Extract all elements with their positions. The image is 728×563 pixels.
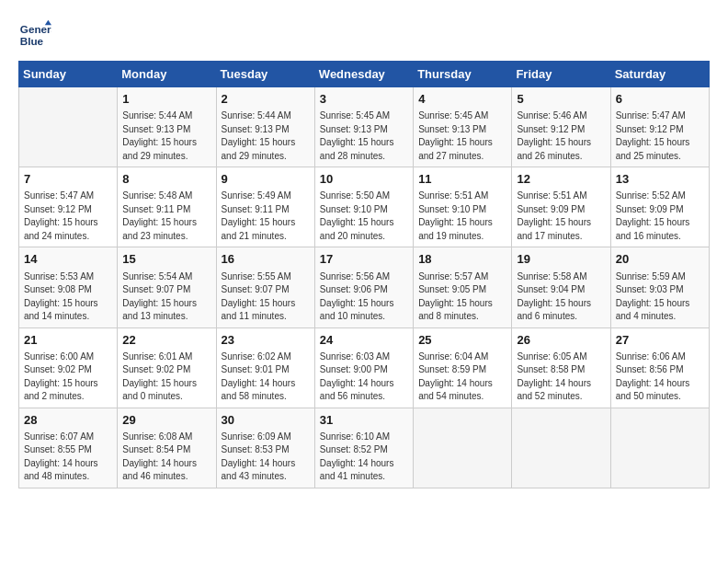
calendar-cell: 2Sunrise: 5:44 AM Sunset: 9:13 PM Daylig… <box>216 87 314 167</box>
calendar-cell: 3Sunrise: 5:45 AM Sunset: 9:13 PM Daylig… <box>314 87 413 167</box>
day-detail: Sunrise: 6:04 AM Sunset: 8:59 PM Dayligh… <box>418 350 506 404</box>
day-number: 2 <box>222 91 310 108</box>
day-detail: Sunrise: 6:03 AM Sunset: 9:00 PM Dayligh… <box>320 350 408 404</box>
logo-icon: General Blue <box>18 18 51 52</box>
day-detail: Sunrise: 6:06 AM Sunset: 8:56 PM Dayligh… <box>616 350 704 404</box>
calendar-cell: 12Sunrise: 5:51 AM Sunset: 9:09 PM Dayli… <box>512 167 610 247</box>
day-detail: Sunrise: 5:58 AM Sunset: 9:04 PM Dayligh… <box>517 270 605 324</box>
calendar-cell: 8Sunrise: 5:48 AM Sunset: 9:11 PM Daylig… <box>118 167 216 247</box>
calendar-cell: 26Sunrise: 6:05 AM Sunset: 8:58 PM Dayli… <box>512 327 610 408</box>
day-number: 28 <box>24 412 112 429</box>
day-detail: Sunrise: 6:07 AM Sunset: 8:55 PM Dayligh… <box>24 431 112 484</box>
col-header-monday: Monday <box>118 62 216 87</box>
calendar-cell: 23Sunrise: 6:02 AM Sunset: 9:01 PM Dayli… <box>216 327 314 408</box>
day-detail: Sunrise: 5:44 AM Sunset: 9:13 PM Dayligh… <box>122 109 210 163</box>
calendar-cell: 6Sunrise: 5:47 AM Sunset: 9:12 PM Daylig… <box>610 87 709 167</box>
day-detail: Sunrise: 6:05 AM Sunset: 8:58 PM Dayligh… <box>517 350 605 404</box>
calendar-cell: 30Sunrise: 6:09 AM Sunset: 8:53 PM Dayli… <box>216 408 314 488</box>
calendar-week-5: 28Sunrise: 6:07 AM Sunset: 8:55 PM Dayli… <box>19 408 710 488</box>
calendar-cell: 18Sunrise: 5:57 AM Sunset: 9:05 PM Dayli… <box>414 247 512 327</box>
day-detail: Sunrise: 5:52 AM Sunset: 9:09 PM Dayligh… <box>616 190 704 243</box>
day-number: 22 <box>122 332 210 349</box>
day-detail: Sunrise: 5:49 AM Sunset: 9:11 PM Dayligh… <box>222 190 310 243</box>
day-detail: Sunrise: 5:46 AM Sunset: 9:12 PM Dayligh… <box>517 109 605 163</box>
day-number: 19 <box>517 251 605 268</box>
day-number: 20 <box>616 251 704 268</box>
day-detail: Sunrise: 5:53 AM Sunset: 9:08 PM Dayligh… <box>24 270 112 324</box>
day-detail: Sunrise: 5:51 AM Sunset: 9:10 PM Dayligh… <box>418 190 506 243</box>
calendar-cell: 29Sunrise: 6:08 AM Sunset: 8:54 PM Dayli… <box>118 408 216 488</box>
calendar-cell: 5Sunrise: 5:46 AM Sunset: 9:12 PM Daylig… <box>512 87 610 167</box>
day-number: 24 <box>320 332 408 349</box>
calendar-cell: 17Sunrise: 5:56 AM Sunset: 9:06 PM Dayli… <box>314 247 413 327</box>
calendar-cell <box>610 408 709 488</box>
calendar-cell: 27Sunrise: 6:06 AM Sunset: 8:56 PM Dayli… <box>610 327 709 408</box>
day-detail: Sunrise: 6:10 AM Sunset: 8:52 PM Dayligh… <box>320 431 408 484</box>
calendar-cell: 21Sunrise: 6:00 AM Sunset: 9:02 PM Dayli… <box>19 327 118 408</box>
calendar-cell: 28Sunrise: 6:07 AM Sunset: 8:55 PM Dayli… <box>19 408 118 488</box>
day-number: 8 <box>122 171 210 188</box>
day-detail: Sunrise: 6:02 AM Sunset: 9:01 PM Dayligh… <box>222 350 310 404</box>
day-detail: Sunrise: 5:56 AM Sunset: 9:06 PM Dayligh… <box>320 270 408 324</box>
day-detail: Sunrise: 5:45 AM Sunset: 9:13 PM Dayligh… <box>418 109 506 163</box>
day-detail: Sunrise: 5:59 AM Sunset: 9:03 PM Dayligh… <box>616 270 704 324</box>
calendar-cell <box>19 87 118 167</box>
day-detail: Sunrise: 5:55 AM Sunset: 9:07 PM Dayligh… <box>222 270 310 324</box>
day-number: 3 <box>320 91 408 108</box>
day-number: 25 <box>418 332 506 349</box>
calendar-cell: 24Sunrise: 6:03 AM Sunset: 9:00 PM Dayli… <box>314 327 413 408</box>
day-number: 6 <box>616 91 704 108</box>
day-number: 13 <box>616 171 704 188</box>
day-detail: Sunrise: 6:01 AM Sunset: 9:02 PM Dayligh… <box>122 350 210 404</box>
calendar-cell: 4Sunrise: 5:45 AM Sunset: 9:13 PM Daylig… <box>414 87 512 167</box>
calendar-cell: 31Sunrise: 6:10 AM Sunset: 8:52 PM Dayli… <box>314 408 413 488</box>
col-header-saturday: Saturday <box>610 62 709 87</box>
col-header-wednesday: Wednesday <box>314 62 413 87</box>
page-header: General Blue <box>18 18 710 52</box>
day-number: 16 <box>222 251 310 268</box>
calendar-cell <box>414 408 512 488</box>
day-number: 9 <box>222 171 310 188</box>
day-detail: Sunrise: 5:50 AM Sunset: 9:10 PM Dayligh… <box>320 190 408 243</box>
day-detail: Sunrise: 6:09 AM Sunset: 8:53 PM Dayligh… <box>222 431 310 484</box>
calendar-cell: 14Sunrise: 5:53 AM Sunset: 9:08 PM Dayli… <box>19 247 118 327</box>
day-number: 18 <box>418 251 506 268</box>
day-number: 26 <box>517 332 605 349</box>
day-number: 4 <box>418 91 506 108</box>
calendar-header-row: SundayMondayTuesdayWednesdayThursdayFrid… <box>19 62 710 87</box>
calendar-cell: 13Sunrise: 5:52 AM Sunset: 9:09 PM Dayli… <box>610 167 709 247</box>
calendar-week-2: 7Sunrise: 5:47 AM Sunset: 9:12 PM Daylig… <box>19 167 710 247</box>
day-detail: Sunrise: 5:48 AM Sunset: 9:11 PM Dayligh… <box>122 190 210 243</box>
day-detail: Sunrise: 5:47 AM Sunset: 9:12 PM Dayligh… <box>616 109 704 163</box>
calendar-cell: 9Sunrise: 5:49 AM Sunset: 9:11 PM Daylig… <box>216 167 314 247</box>
day-number: 15 <box>122 251 210 268</box>
day-number: 11 <box>418 171 506 188</box>
day-number: 7 <box>24 171 112 188</box>
day-number: 21 <box>24 332 112 349</box>
calendar-cell: 20Sunrise: 5:59 AM Sunset: 9:03 PM Dayli… <box>610 247 709 327</box>
calendar-cell: 22Sunrise: 6:01 AM Sunset: 9:02 PM Dayli… <box>118 327 216 408</box>
day-number: 27 <box>616 332 704 349</box>
day-number: 5 <box>517 91 605 108</box>
col-header-thursday: Thursday <box>414 62 512 87</box>
calendar-cell: 16Sunrise: 5:55 AM Sunset: 9:07 PM Dayli… <box>216 247 314 327</box>
calendar-cell: 1Sunrise: 5:44 AM Sunset: 9:13 PM Daylig… <box>118 87 216 167</box>
calendar-cell <box>512 408 610 488</box>
day-detail: Sunrise: 6:00 AM Sunset: 9:02 PM Dayligh… <box>24 350 112 404</box>
day-number: 14 <box>24 251 112 268</box>
day-detail: Sunrise: 5:51 AM Sunset: 9:09 PM Dayligh… <box>517 190 605 243</box>
day-detail: Sunrise: 5:57 AM Sunset: 9:05 PM Dayligh… <box>418 270 506 324</box>
day-number: 1 <box>122 91 210 108</box>
col-header-sunday: Sunday <box>19 62 118 87</box>
calendar-cell: 10Sunrise: 5:50 AM Sunset: 9:10 PM Dayli… <box>314 167 413 247</box>
logo: General Blue <box>18 18 55 52</box>
calendar-cell: 25Sunrise: 6:04 AM Sunset: 8:59 PM Dayli… <box>414 327 512 408</box>
day-number: 12 <box>517 171 605 188</box>
day-number: 30 <box>222 412 310 429</box>
calendar-week-1: 1Sunrise: 5:44 AM Sunset: 9:13 PM Daylig… <box>19 87 710 167</box>
day-detail: Sunrise: 5:54 AM Sunset: 9:07 PM Dayligh… <box>122 270 210 324</box>
day-detail: Sunrise: 6:08 AM Sunset: 8:54 PM Dayligh… <box>122 431 210 484</box>
day-detail: Sunrise: 5:44 AM Sunset: 9:13 PM Dayligh… <box>222 109 310 163</box>
calendar-cell: 19Sunrise: 5:58 AM Sunset: 9:04 PM Dayli… <box>512 247 610 327</box>
calendar-table: SundayMondayTuesdayWednesdayThursdayFrid… <box>18 61 710 488</box>
